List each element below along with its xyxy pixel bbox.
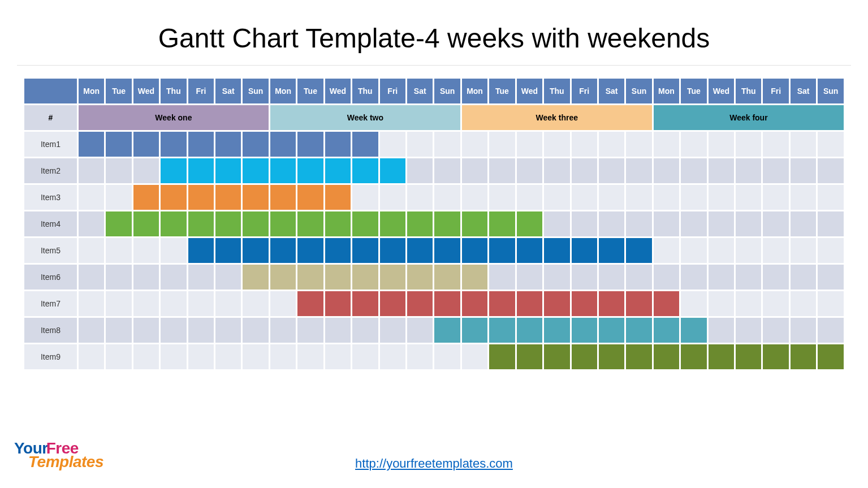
gantt-cell bbox=[572, 291, 597, 316]
gantt-cell bbox=[380, 238, 405, 263]
gantt-cell bbox=[654, 344, 679, 369]
gantt-cell bbox=[654, 158, 679, 183]
gantt-cell bbox=[434, 158, 460, 183]
gantt-cell bbox=[818, 158, 844, 183]
gantt-cell bbox=[517, 344, 542, 369]
gantt-cell bbox=[106, 158, 131, 183]
footer-link[interactable]: http://yourfreetemplates.com bbox=[0, 456, 868, 471]
gantt-row: Item9 bbox=[24, 344, 844, 369]
gantt-cell bbox=[681, 344, 706, 369]
week-header-row: # Week oneWeek twoWeek threeWeek four bbox=[24, 105, 844, 130]
gantt-cell bbox=[681, 185, 706, 210]
gantt-cell bbox=[654, 238, 679, 263]
gantt-cell bbox=[133, 291, 159, 316]
gantt-cell bbox=[325, 238, 351, 263]
gantt-cell bbox=[215, 185, 241, 210]
gantt-cell bbox=[215, 132, 241, 157]
gantt-cell bbox=[380, 344, 405, 369]
gantt-cell bbox=[462, 265, 487, 290]
gantt-cell bbox=[325, 265, 351, 290]
day-header: Fri bbox=[380, 79, 405, 103]
item-label: Item8 bbox=[24, 318, 77, 343]
item-label: Item1 bbox=[24, 132, 77, 157]
gantt-table: MonTueWedThuFriSatSunMonTueWedThuFriSatS… bbox=[23, 77, 845, 371]
gantt-cell bbox=[270, 318, 296, 343]
gantt-cell bbox=[133, 318, 159, 343]
gantt-cell bbox=[736, 265, 761, 290]
gantt-cell bbox=[270, 185, 296, 210]
gantt-cell bbox=[325, 344, 351, 369]
gantt-cell bbox=[709, 318, 734, 343]
day-header: Mon bbox=[654, 79, 679, 103]
gantt-cell bbox=[297, 265, 323, 290]
gantt-cell bbox=[572, 211, 597, 236]
day-header: Mon bbox=[462, 79, 487, 103]
gantt-cell bbox=[736, 238, 761, 263]
gantt-cell bbox=[434, 132, 460, 157]
day-header: Fri bbox=[188, 79, 214, 103]
gantt-cell bbox=[133, 158, 159, 183]
gantt-cell bbox=[106, 265, 131, 290]
gantt-cell bbox=[79, 238, 104, 263]
gantt-cell bbox=[544, 185, 569, 210]
gantt-cell bbox=[489, 318, 515, 343]
gantt-cell bbox=[133, 132, 159, 157]
gantt-cell bbox=[489, 238, 515, 263]
week-header: Week three bbox=[462, 105, 652, 130]
gantt-cell bbox=[517, 318, 542, 343]
gantt-cell bbox=[243, 185, 268, 210]
gantt-cell bbox=[188, 291, 214, 316]
gantt-cell bbox=[380, 211, 405, 236]
gantt-cell bbox=[79, 344, 104, 369]
gantt-cell bbox=[161, 238, 186, 263]
day-header: Sun bbox=[434, 79, 460, 103]
gantt-cell bbox=[599, 291, 624, 316]
day-header: Mon bbox=[270, 79, 296, 103]
gantt-cell bbox=[188, 185, 214, 210]
gantt-cell bbox=[243, 291, 268, 316]
gantt-body: Item1Item2Item3Item4Item5Item6Item7Item8… bbox=[24, 132, 844, 369]
day-header: Thu bbox=[736, 79, 761, 103]
gantt-cell bbox=[626, 158, 651, 183]
gantt-cell bbox=[161, 158, 186, 183]
day-header: Tue bbox=[297, 79, 323, 103]
gantt-cell bbox=[434, 185, 460, 210]
gantt-cell bbox=[489, 158, 515, 183]
gantt-cell bbox=[215, 318, 241, 343]
gantt-cell bbox=[626, 185, 651, 210]
gantt-cell bbox=[489, 344, 515, 369]
gantt-cell bbox=[791, 291, 816, 316]
gantt-cell bbox=[763, 265, 788, 290]
gantt-cell bbox=[654, 211, 679, 236]
gantt-cell bbox=[763, 318, 788, 343]
gantt-cell bbox=[79, 318, 104, 343]
gantt-cell bbox=[297, 291, 323, 316]
gantt-cell bbox=[517, 158, 542, 183]
gantt-cell bbox=[243, 158, 268, 183]
gantt-row: Item6 bbox=[24, 265, 844, 290]
divider bbox=[17, 65, 851, 66]
day-header: Wed bbox=[517, 79, 542, 103]
gantt-row: Item1 bbox=[24, 132, 844, 157]
gantt-cell bbox=[270, 238, 296, 263]
gantt-cell bbox=[380, 158, 405, 183]
gantt-cell bbox=[243, 344, 268, 369]
day-header: Sat bbox=[407, 79, 433, 103]
gantt-cell bbox=[79, 185, 104, 210]
gantt-row: Item8 bbox=[24, 318, 844, 343]
gantt-cell bbox=[599, 211, 624, 236]
gantt-cell bbox=[243, 238, 268, 263]
gantt-cell bbox=[736, 132, 761, 157]
gantt-cell bbox=[352, 265, 378, 290]
gantt-cell bbox=[133, 344, 159, 369]
gantt-cell bbox=[215, 344, 241, 369]
gantt-cell bbox=[297, 344, 323, 369]
gantt-cell bbox=[462, 344, 487, 369]
gantt-cell bbox=[325, 185, 351, 210]
gantt-cell bbox=[626, 344, 651, 369]
gantt-cell bbox=[572, 318, 597, 343]
gantt-cell bbox=[489, 132, 515, 157]
gantt-cell bbox=[572, 158, 597, 183]
gantt-cell bbox=[325, 158, 351, 183]
gantt-cell bbox=[818, 238, 844, 263]
